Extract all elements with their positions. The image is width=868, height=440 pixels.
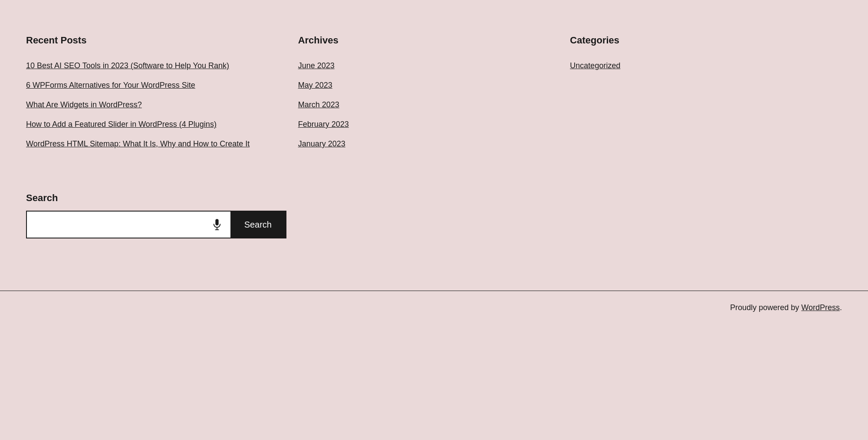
list-item: WordPress HTML Sitemap: What It Is, Why … <box>26 138 281 150</box>
footer-text: Proudly powered by <box>730 303 801 312</box>
recent-post-link-1[interactable]: 10 Best AI SEO Tools in 2023 (Software t… <box>26 61 229 70</box>
recent-post-link-4[interactable]: How to Add a Featured Slider in WordPres… <box>26 120 217 129</box>
microphone-icon[interactable] <box>209 218 225 231</box>
recent-posts-title: Recent Posts <box>26 35 281 46</box>
archives-list: June 2023 May 2023 March 2023 February 2… <box>298 60 553 150</box>
recent-posts-list: 10 Best AI SEO Tools in 2023 (Software t… <box>26 60 281 150</box>
footer-bottom: Proudly powered by WordPress. <box>0 291 868 324</box>
search-input[interactable] <box>32 220 209 229</box>
archive-link-5[interactable]: January 2023 <box>298 139 345 148</box>
widgets-row: Recent Posts 10 Best AI SEO Tools in 202… <box>26 35 842 158</box>
categories-list: Uncategorized <box>570 60 825 72</box>
category-link-1[interactable]: Uncategorized <box>570 61 620 70</box>
list-item: Uncategorized <box>570 60 825 72</box>
search-section: Search Search <box>26 192 286 238</box>
archives-widget: Archives June 2023 May 2023 March 2023 F… <box>298 35 570 158</box>
list-item: What Are Widgets in WordPress? <box>26 99 281 111</box>
list-item: February 2023 <box>298 119 553 130</box>
archive-link-3[interactable]: March 2023 <box>298 100 339 109</box>
archive-link-4[interactable]: February 2023 <box>298 120 349 129</box>
list-item: How to Add a Featured Slider in WordPres… <box>26 119 281 130</box>
list-item: June 2023 <box>298 60 553 72</box>
categories-widget: Categories Uncategorized <box>570 35 842 79</box>
list-item: March 2023 <box>298 99 553 111</box>
search-button[interactable]: Search <box>230 212 286 238</box>
archive-link-1[interactable]: June 2023 <box>298 61 335 70</box>
list-item: 6 WPForms Alternatives for Your WordPres… <box>26 79 281 91</box>
recent-post-link-3[interactable]: What Are Widgets in WordPress? <box>26 100 142 109</box>
archives-title: Archives <box>298 35 553 46</box>
search-input-wrapper <box>27 212 230 238</box>
recent-post-link-2[interactable]: 6 WPForms Alternatives for Your WordPres… <box>26 81 195 89</box>
search-bar: Search <box>26 211 286 238</box>
svg-rect-0 <box>215 219 218 225</box>
list-item: January 2023 <box>298 138 553 150</box>
recent-post-link-5[interactable]: WordPress HTML Sitemap: What It Is, Why … <box>26 139 250 148</box>
search-label: Search <box>26 192 286 204</box>
wordpress-link[interactable]: WordPress <box>801 303 840 312</box>
list-item: May 2023 <box>298 79 553 91</box>
list-item: 10 Best AI SEO Tools in 2023 (Software t… <box>26 60 281 72</box>
recent-posts-widget: Recent Posts 10 Best AI SEO Tools in 202… <box>26 35 298 158</box>
categories-title: Categories <box>570 35 825 46</box>
archive-link-2[interactable]: May 2023 <box>298 81 332 89</box>
main-content: Recent Posts 10 Best AI SEO Tools in 202… <box>0 0 868 256</box>
footer-period: . <box>840 303 842 312</box>
